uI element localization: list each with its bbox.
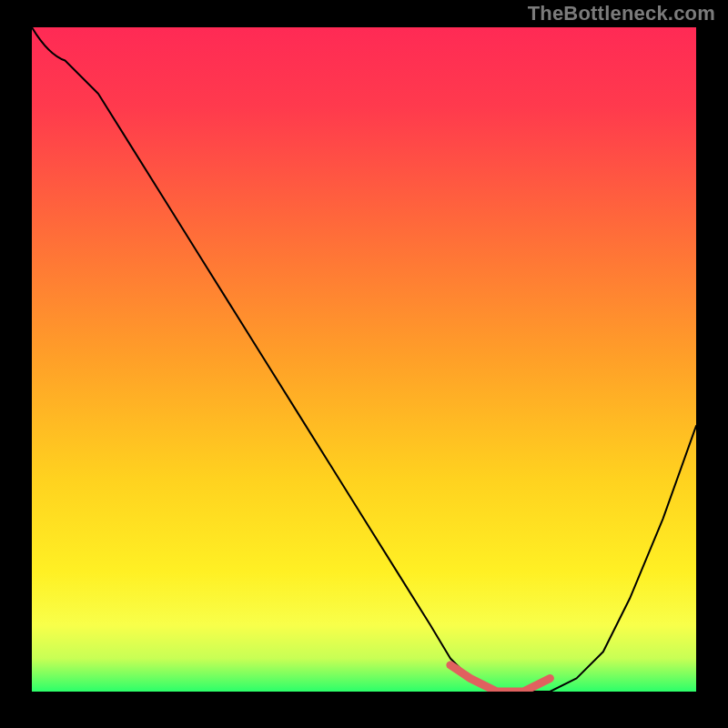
plot-area <box>32 27 696 692</box>
gradient-background <box>32 27 696 692</box>
watermark-text: TheBottleneck.com <box>528 2 715 25</box>
plot-svg <box>32 27 696 692</box>
chart-stage: TheBottleneck.com <box>0 0 728 728</box>
